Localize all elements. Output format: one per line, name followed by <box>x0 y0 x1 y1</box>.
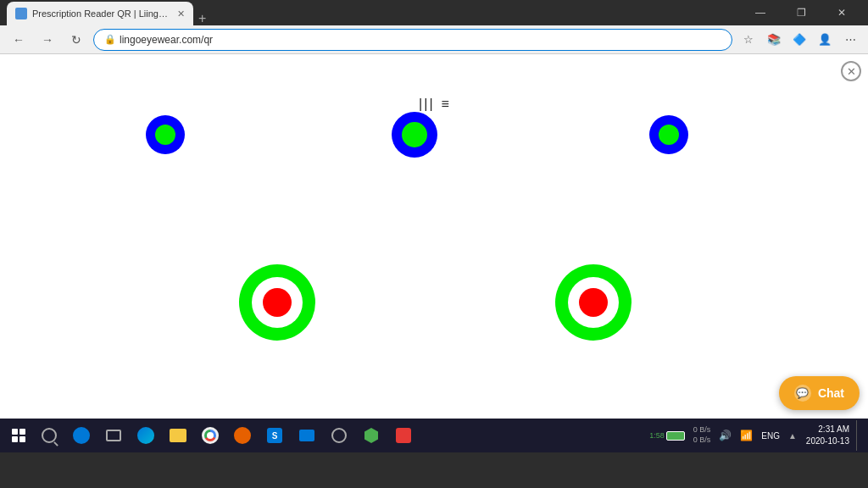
windows-logo-icon <box>12 429 25 442</box>
collections-icon[interactable]: 📚 <box>763 29 785 51</box>
taskbar-settings-icon[interactable] <box>324 420 354 451</box>
target-right-red-center <box>579 288 608 317</box>
window-controls: — ❐ ✕ <box>741 0 861 25</box>
refresh-button[interactable]: ↻ <box>64 28 88 52</box>
page-close-button[interactable]: ✕ <box>841 61 861 81</box>
taskbar-firefox-icon[interactable] <box>227 420 258 451</box>
minimize-button[interactable]: — <box>741 0 780 25</box>
close-button[interactable]: ✕ <box>822 0 861 25</box>
target-left-white-ring <box>252 277 303 328</box>
target-left <box>239 264 315 341</box>
taskbar-chrome-icon[interactable] <box>195 420 225 451</box>
folder-icon <box>170 429 186 442</box>
circle-inner-green-center <box>402 122 427 147</box>
new-tab-button[interactable]: + <box>193 12 211 25</box>
battery-indicator[interactable]: 1:58 <box>647 431 687 441</box>
start-button[interactable] <box>3 420 34 451</box>
tab-favicon <box>15 8 27 19</box>
address-input[interactable]: 🔒 lingoeyewear.com/qr <box>93 29 732 51</box>
volume-icon[interactable]: 🔊 <box>716 430 734 441</box>
taskbar-mail-icon[interactable] <box>292 420 322 451</box>
circle-top-right <box>649 115 688 154</box>
taskbar: S 1:58 <box>0 419 868 452</box>
tab-close-icon[interactable]: ✕ <box>177 8 185 19</box>
taskbar-explorer-icon[interactable] <box>163 420 193 451</box>
menu-icon[interactable]: ⋯ <box>839 29 861 51</box>
taskbar-defender-icon[interactable] <box>356 420 387 451</box>
taskbar-edge-icon[interactable] <box>131 420 161 451</box>
lock-icon: 🔒 <box>104 34 116 45</box>
target-right <box>555 264 632 341</box>
chrome-logo-icon <box>202 427 219 444</box>
taskbar-unknown-icon[interactable] <box>388 420 419 451</box>
forward-button[interactable]: → <box>36 28 59 52</box>
taskbar-task-view-icon[interactable] <box>98 420 129 451</box>
menu-icon-area: ||| ≡ <box>419 97 449 112</box>
tab-title-text: Prescription Reader QR | Liingo E... <box>32 8 169 19</box>
back-button[interactable]: ← <box>7 28 31 52</box>
system-clock[interactable]: 2:31 AM 2020-10-13 <box>803 424 853 447</box>
page-content: ✕ ||| ≡ <box>0 54 868 419</box>
network-icon[interactable]: 📶 <box>737 430 755 441</box>
clock-time: 2:31 AM <box>806 424 849 435</box>
page-close-icon: ✕ <box>847 65 856 78</box>
tray-expand-button[interactable]: ▲ <box>786 431 799 441</box>
circle-top-center <box>392 112 437 158</box>
language-indicator[interactable]: ENG <box>759 431 782 441</box>
chat-icon: 💬 <box>794 385 811 402</box>
star-icon[interactable]: ☆ <box>737 29 760 51</box>
battery-icon <box>666 431 685 441</box>
target-left-red-center <box>263 288 292 317</box>
cortana-circle-icon <box>73 427 90 444</box>
taskbar-store-icon[interactable]: S <box>259 420 290 451</box>
target-right-white-ring <box>568 277 619 328</box>
firefox-logo-icon <box>234 427 251 444</box>
chat-button[interactable]: 💬 Chat <box>779 376 860 410</box>
system-tray: 1:58 0 B/s 0 B/s 🔊 📶 ENG ▲ 2: <box>647 420 865 451</box>
extensions-icon[interactable]: 🔷 <box>788 29 810 51</box>
restore-button[interactable]: ❐ <box>782 0 821 25</box>
profile-icon[interactable]: 👤 <box>814 29 836 51</box>
active-tab[interactable]: Prescription Reader QR | Liingo E... ✕ <box>7 2 193 25</box>
chat-label: Chat <box>818 386 844 400</box>
browser-toolbar-icons: ☆ 📚 🔷 👤 ⋯ <box>737 29 861 51</box>
circle-inner-green <box>155 125 175 145</box>
browser-window: Prescription Reader QR | Liingo E... ✕ +… <box>0 0 868 452</box>
tab-bar: Prescription Reader QR | Liingo E... ✕ + <box>7 0 741 25</box>
show-desktop-button[interactable] <box>856 420 861 451</box>
address-bar: ← → ↻ 🔒 lingoeyewear.com/qr ☆ 📚 🔷 👤 ⋯ <box>0 25 868 54</box>
circle-inner-green-right <box>659 125 679 145</box>
network-info: 0 B/s 0 B/s <box>691 425 714 445</box>
bars-icon: ||| <box>419 97 434 112</box>
taskbar-cortana-icon[interactable] <box>66 420 97 451</box>
taskbar-app-icons: S <box>34 420 647 451</box>
clock-date: 2020-10-13 <box>806 435 849 447</box>
edge-logo-icon <box>137 427 154 444</box>
circle-top-left <box>146 115 185 154</box>
title-bar: Prescription Reader QR | Liingo E... ✕ +… <box>0 0 868 25</box>
url-text: lingoeyewear.com/qr <box>120 34 213 46</box>
lines-icon: ≡ <box>442 97 449 112</box>
taskbar-search-icon[interactable] <box>34 420 64 451</box>
